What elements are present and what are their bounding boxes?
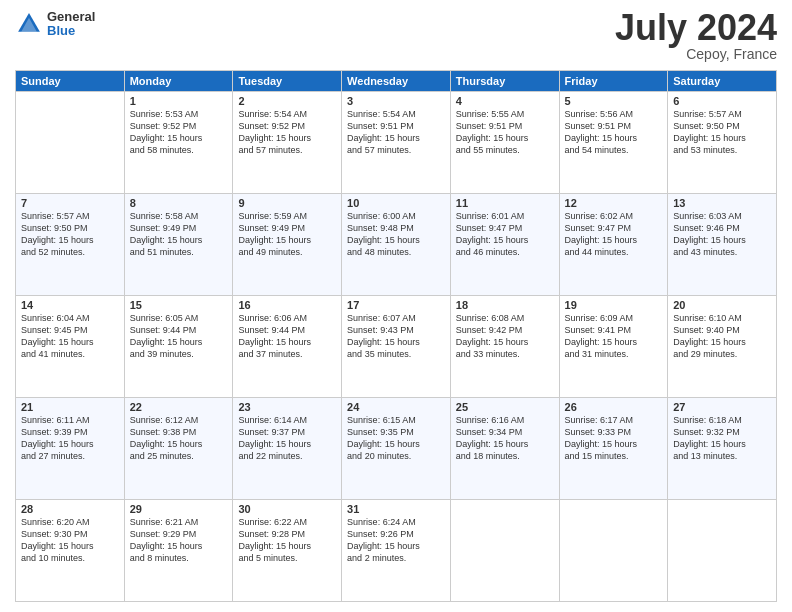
day-info: Sunrise: 6:21 AMSunset: 9:29 PMDaylight:… (130, 516, 228, 565)
day-number: 24 (347, 401, 445, 413)
day-number: 15 (130, 299, 228, 311)
col-header-monday: Monday (124, 71, 233, 92)
day-info: Sunrise: 6:17 AMSunset: 9:33 PMDaylight:… (565, 414, 663, 463)
col-header-friday: Friday (559, 71, 668, 92)
day-info: Sunrise: 6:18 AMSunset: 9:32 PMDaylight:… (673, 414, 771, 463)
day-info: Sunrise: 6:11 AMSunset: 9:39 PMDaylight:… (21, 414, 119, 463)
calendar-table: SundayMondayTuesdayWednesdayThursdayFrid… (15, 70, 777, 602)
title-month: July 2024 (615, 10, 777, 46)
calendar-cell: 19Sunrise: 6:09 AMSunset: 9:41 PMDayligh… (559, 296, 668, 398)
calendar-cell (16, 92, 125, 194)
calendar-cell (668, 500, 777, 602)
day-info: Sunrise: 5:54 AMSunset: 9:51 PMDaylight:… (347, 108, 445, 157)
column-headers: SundayMondayTuesdayWednesdayThursdayFrid… (16, 71, 777, 92)
day-number: 25 (456, 401, 554, 413)
day-number: 27 (673, 401, 771, 413)
day-info: Sunrise: 6:14 AMSunset: 9:37 PMDaylight:… (238, 414, 336, 463)
col-header-sunday: Sunday (16, 71, 125, 92)
day-number: 10 (347, 197, 445, 209)
day-info: Sunrise: 6:12 AMSunset: 9:38 PMDaylight:… (130, 414, 228, 463)
logo-general: General (47, 10, 95, 24)
day-number: 29 (130, 503, 228, 515)
day-info: Sunrise: 6:04 AMSunset: 9:45 PMDaylight:… (21, 312, 119, 361)
day-info: Sunrise: 5:58 AMSunset: 9:49 PMDaylight:… (130, 210, 228, 259)
week-row-2: 7Sunrise: 5:57 AMSunset: 9:50 PMDaylight… (16, 194, 777, 296)
day-number: 1 (130, 95, 228, 107)
calendar-cell: 31Sunrise: 6:24 AMSunset: 9:26 PMDayligh… (342, 500, 451, 602)
calendar-cell: 30Sunrise: 6:22 AMSunset: 9:28 PMDayligh… (233, 500, 342, 602)
day-number: 17 (347, 299, 445, 311)
day-number: 23 (238, 401, 336, 413)
title-block: July 2024 Cepoy, France (615, 10, 777, 62)
day-info: Sunrise: 6:06 AMSunset: 9:44 PMDaylight:… (238, 312, 336, 361)
calendar-cell: 5Sunrise: 5:56 AMSunset: 9:51 PMDaylight… (559, 92, 668, 194)
calendar-cell (559, 500, 668, 602)
day-info: Sunrise: 6:01 AMSunset: 9:47 PMDaylight:… (456, 210, 554, 259)
calendar-cell: 16Sunrise: 6:06 AMSunset: 9:44 PMDayligh… (233, 296, 342, 398)
day-info: Sunrise: 6:08 AMSunset: 9:42 PMDaylight:… (456, 312, 554, 361)
day-number: 18 (456, 299, 554, 311)
calendar-cell: 6Sunrise: 5:57 AMSunset: 9:50 PMDaylight… (668, 92, 777, 194)
day-number: 31 (347, 503, 445, 515)
calendar-cell: 26Sunrise: 6:17 AMSunset: 9:33 PMDayligh… (559, 398, 668, 500)
calendar-cell: 23Sunrise: 6:14 AMSunset: 9:37 PMDayligh… (233, 398, 342, 500)
calendar-cell: 9Sunrise: 5:59 AMSunset: 9:49 PMDaylight… (233, 194, 342, 296)
day-number: 26 (565, 401, 663, 413)
col-header-saturday: Saturday (668, 71, 777, 92)
day-number: 21 (21, 401, 119, 413)
calendar-cell: 2Sunrise: 5:54 AMSunset: 9:52 PMDaylight… (233, 92, 342, 194)
day-number: 19 (565, 299, 663, 311)
day-info: Sunrise: 6:15 AMSunset: 9:35 PMDaylight:… (347, 414, 445, 463)
logo-blue: Blue (47, 24, 95, 38)
day-number: 6 (673, 95, 771, 107)
day-info: Sunrise: 6:10 AMSunset: 9:40 PMDaylight:… (673, 312, 771, 361)
calendar-cell: 11Sunrise: 6:01 AMSunset: 9:47 PMDayligh… (450, 194, 559, 296)
col-header-tuesday: Tuesday (233, 71, 342, 92)
day-number: 11 (456, 197, 554, 209)
logo: General Blue (15, 10, 95, 39)
day-info: Sunrise: 6:20 AMSunset: 9:30 PMDaylight:… (21, 516, 119, 565)
calendar-cell: 20Sunrise: 6:10 AMSunset: 9:40 PMDayligh… (668, 296, 777, 398)
col-header-thursday: Thursday (450, 71, 559, 92)
calendar-cell: 4Sunrise: 5:55 AMSunset: 9:51 PMDaylight… (450, 92, 559, 194)
day-number: 22 (130, 401, 228, 413)
day-info: Sunrise: 6:09 AMSunset: 9:41 PMDaylight:… (565, 312, 663, 361)
calendar-cell: 13Sunrise: 6:03 AMSunset: 9:46 PMDayligh… (668, 194, 777, 296)
calendar-cell: 25Sunrise: 6:16 AMSunset: 9:34 PMDayligh… (450, 398, 559, 500)
day-number: 9 (238, 197, 336, 209)
day-info: Sunrise: 5:54 AMSunset: 9:52 PMDaylight:… (238, 108, 336, 157)
calendar-cell: 17Sunrise: 6:07 AMSunset: 9:43 PMDayligh… (342, 296, 451, 398)
page: General Blue July 2024 Cepoy, France Sun… (0, 0, 792, 612)
day-number: 16 (238, 299, 336, 311)
calendar-cell: 18Sunrise: 6:08 AMSunset: 9:42 PMDayligh… (450, 296, 559, 398)
calendar-cell: 10Sunrise: 6:00 AMSunset: 9:48 PMDayligh… (342, 194, 451, 296)
calendar-cell: 28Sunrise: 6:20 AMSunset: 9:30 PMDayligh… (16, 500, 125, 602)
day-number: 5 (565, 95, 663, 107)
calendar-cell: 8Sunrise: 5:58 AMSunset: 9:49 PMDaylight… (124, 194, 233, 296)
day-info: Sunrise: 6:05 AMSunset: 9:44 PMDaylight:… (130, 312, 228, 361)
calendar-cell: 29Sunrise: 6:21 AMSunset: 9:29 PMDayligh… (124, 500, 233, 602)
week-row-3: 14Sunrise: 6:04 AMSunset: 9:45 PMDayligh… (16, 296, 777, 398)
day-info: Sunrise: 6:07 AMSunset: 9:43 PMDaylight:… (347, 312, 445, 361)
day-number: 30 (238, 503, 336, 515)
day-info: Sunrise: 6:00 AMSunset: 9:48 PMDaylight:… (347, 210, 445, 259)
day-number: 7 (21, 197, 119, 209)
calendar-cell: 21Sunrise: 6:11 AMSunset: 9:39 PMDayligh… (16, 398, 125, 500)
day-info: Sunrise: 5:53 AMSunset: 9:52 PMDaylight:… (130, 108, 228, 157)
day-info: Sunrise: 6:22 AMSunset: 9:28 PMDaylight:… (238, 516, 336, 565)
day-info: Sunrise: 6:24 AMSunset: 9:26 PMDaylight:… (347, 516, 445, 565)
logo-text: General Blue (47, 10, 95, 39)
header: General Blue July 2024 Cepoy, France (15, 10, 777, 62)
title-location: Cepoy, France (615, 46, 777, 62)
day-number: 20 (673, 299, 771, 311)
day-info: Sunrise: 5:55 AMSunset: 9:51 PMDaylight:… (456, 108, 554, 157)
day-info: Sunrise: 6:03 AMSunset: 9:46 PMDaylight:… (673, 210, 771, 259)
calendar-cell: 3Sunrise: 5:54 AMSunset: 9:51 PMDaylight… (342, 92, 451, 194)
calendar-cell: 15Sunrise: 6:05 AMSunset: 9:44 PMDayligh… (124, 296, 233, 398)
day-number: 14 (21, 299, 119, 311)
day-number: 3 (347, 95, 445, 107)
calendar-cell: 14Sunrise: 6:04 AMSunset: 9:45 PMDayligh… (16, 296, 125, 398)
day-info: Sunrise: 5:56 AMSunset: 9:51 PMDaylight:… (565, 108, 663, 157)
day-number: 8 (130, 197, 228, 209)
day-info: Sunrise: 6:16 AMSunset: 9:34 PMDaylight:… (456, 414, 554, 463)
